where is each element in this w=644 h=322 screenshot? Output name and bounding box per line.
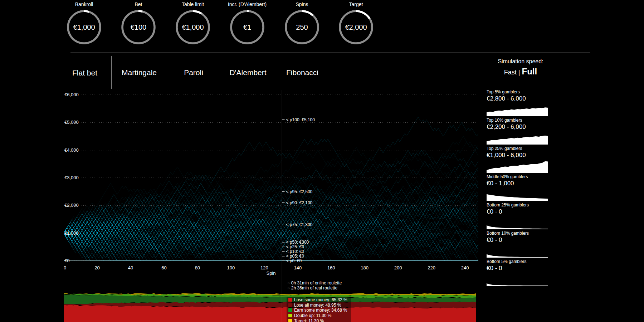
sidebar-spark-chart [487, 160, 548, 173]
outcome-legend: Lose some money: 65.32 %Lose all money: … [287, 297, 351, 322]
y-axis-tick-label: €2,000 [64, 203, 79, 208]
sidebar-spark-chart [487, 245, 548, 258]
percentile-sidebar: Top 5% gamblers€2,800 - 6,000Top 10% gam… [487, 89, 552, 287]
sidebar-group-range: €0 - 0 [487, 236, 552, 244]
sidebar-group-title: Bottom 10% gamblers [487, 231, 552, 236]
legend-swatch [288, 319, 292, 322]
percentile-label: < p10: €0 [286, 249, 304, 254]
x-axis-tick-label: 200 [394, 265, 402, 270]
sidebar-group-title: Bottom 25% gamblers [487, 203, 552, 208]
sidebar-group-range: €0 - 0 [487, 208, 552, 215]
duration-estimate: ~ 0h 31min of online roulette [288, 280, 342, 286]
x-axis-tick-label: 180 [361, 265, 369, 270]
y-axis-tick-label: €1,000 [64, 230, 79, 236]
x-axis-tick-label: 40 [128, 265, 133, 270]
legend-swatch [288, 308, 292, 312]
percentile-label: < p50: €300 [286, 240, 309, 245]
y-axis-tick-label: €0 [64, 258, 69, 263]
sidebar-group-top-5-gamblers: Top 5% gamblers€2,800 - 6,000 [487, 89, 552, 118]
percentile-label: < p95: €2,500 [286, 189, 313, 194]
y-axis-tick-label: €3,000 [64, 175, 79, 180]
legend-label: Target: 11.30 % [294, 318, 324, 322]
legend-swatch [288, 303, 292, 307]
legend-row: Earn some money: 34.68 % [288, 308, 347, 313]
legend-swatch [288, 314, 292, 317]
y-axis-tick-label: €5,000 [64, 119, 79, 125]
percentile-label: < p75: €1,300 [286, 222, 313, 227]
sidebar-group-top-25-gamblers: Top 25% gamblers€1,000 - 6,000 [487, 146, 552, 174]
sidebar-group-title: Top 25% gamblers [487, 146, 552, 151]
sidebar-group-range: €1,000 - 6,000 [487, 151, 552, 159]
x-axis-tick-label: 120 [260, 265, 268, 270]
roulette-simulator-app: Bankroll€1,000Bet€100Table limit€1,000In… [0, 0, 644, 322]
legend-row: Target: 11.30 % [288, 318, 347, 322]
sidebar-group-title: Top 5% gamblers [487, 89, 552, 95]
legend-label: Double up: 11.30 % [294, 313, 332, 318]
x-axis-tick-label: 220 [428, 265, 435, 270]
legend-row: Lose some money: 65.32 % [288, 297, 347, 303]
x-axis-title: Spin [266, 270, 275, 276]
x-axis-tick-label: 160 [327, 265, 335, 270]
sidebar-group-range: €2,200 - 6,000 [487, 123, 552, 131]
sidebar-group-middle-50-gamblers: Middle 50% gamblers€0 - 1,000 [487, 174, 552, 203]
sidebar-group-bottom-10-gamblers: Bottom 10% gamblers€0 - 0 [487, 231, 552, 259]
sidebar-spark-chart [487, 132, 548, 145]
sidebar-group-top-10-gamblers: Top 10% gamblers€2,200 - 6,000 [487, 118, 552, 146]
x-axis-tick-label: 20 [94, 265, 99, 270]
sidebar-group-title: Top 10% gamblers [487, 118, 552, 123]
percentile-label: < p25: €0 [286, 244, 304, 249]
percentile-label: < p90: €2,100 [286, 200, 313, 205]
sidebar-spark-chart [487, 103, 548, 116]
y-axis-tick-label: €4,000 [64, 147, 79, 153]
x-axis-tick-label: 0 [64, 265, 66, 270]
y-axis-tick-label: €6,000 [64, 92, 79, 97]
percentile-label: < p05: €0 [286, 254, 304, 259]
x-axis-tick-label: 60 [161, 265, 166, 270]
legend-label: Lose some money: 65.32 % [294, 297, 347, 302]
legend-row: Lose all money: 48.95 % [288, 303, 347, 308]
sidebar-group-bottom-5-gamblers: Bottom 5% gamblers€0 - 0 [487, 259, 552, 287]
x-axis-tick-label: 100 [227, 265, 235, 270]
duration-estimate: ~ 2h 36min of real roulette [288, 286, 338, 291]
sidebar-group-range: €0 - 1,000 [487, 180, 552, 187]
legend-label: Earn some money: 34.68 % [294, 308, 347, 313]
x-axis-tick-label: 140 [294, 265, 302, 270]
percentile-label: < p100: €5,100 [286, 117, 315, 122]
percentile-label: < p0: €0 [286, 258, 302, 263]
x-axis-tick-label: 80 [195, 265, 200, 270]
legend-row: Double up: 11.30 % [288, 313, 347, 318]
sidebar-group-range: €0 - 0 [487, 264, 552, 272]
sidebar-spark-chart [487, 273, 548, 286]
sidebar-group-title: Middle 50% gamblers [487, 174, 552, 180]
sidebar-spark-chart [487, 216, 548, 229]
sidebar-group-title: Bottom 5% gamblers [487, 259, 552, 264]
legend-swatch [288, 298, 292, 302]
sidebar-group-range: €2,800 - 6,000 [487, 95, 552, 102]
x-axis-tick-label: 240 [461, 265, 469, 270]
sidebar-spark-chart [487, 188, 548, 201]
sidebar-group-bottom-25-gamblers: Bottom 25% gamblers€0 - 0 [487, 203, 552, 231]
legend-label: Lose all money: 48.95 % [294, 303, 341, 308]
